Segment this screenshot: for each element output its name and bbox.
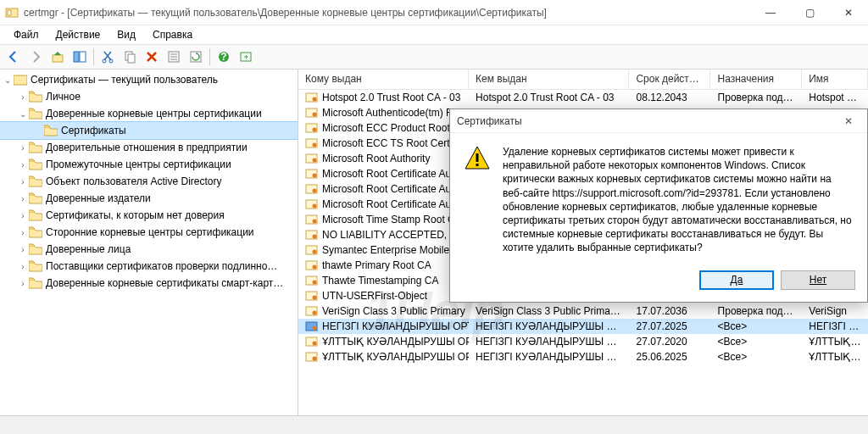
tree-label: Личное: [46, 91, 81, 103]
tree-label: Доверительные отношения в предприятии: [46, 142, 248, 153]
cell-issued-to: Microsoft Root Certificate Auth…: [322, 183, 469, 195]
svg-point-49: [313, 326, 317, 331]
close-button[interactable]: ✕: [829, 0, 868, 25]
tree-item[interactable]: ›Доверенные лица: [0, 241, 298, 258]
cell-issued-to: thawte Primary Root CA: [322, 259, 431, 271]
svg-point-25: [313, 143, 317, 147]
twisty-icon[interactable]: ›: [17, 245, 29, 254]
tree-item[interactable]: ›Промежуточные центры сертификации: [0, 156, 298, 173]
cell-issued-by: НЕГІЗГІ КУӘЛАНДЫРУШЫ ОРТА…: [469, 335, 629, 348]
twisty-icon[interactable]: ⌄: [2, 75, 14, 85]
forward-button[interactable]: [25, 47, 46, 67]
svg-rect-3: [74, 52, 79, 62]
refresh-button[interactable]: [186, 47, 206, 67]
twisty-icon[interactable]: ⌄: [17, 109, 29, 119]
svg-point-21: [313, 113, 317, 117]
cell-expiry: 27.07.2020: [630, 335, 711, 348]
properties-button[interactable]: [164, 47, 184, 67]
svg-point-53: [313, 357, 317, 361]
cell-expiry: 17.07.2036: [630, 304, 711, 318]
export-button[interactable]: [236, 47, 256, 67]
menu-action[interactable]: Действие: [49, 27, 108, 42]
cell-issued-to: Microsoft ECC TS Root Certifica…: [322, 137, 469, 149]
back-button[interactable]: [3, 47, 24, 67]
tree-pane[interactable]: ⌄ Сертификаты — текущий пользователь ›Ли…: [0, 70, 298, 415]
tree-item[interactable]: ›Доверенные корневые сертификаты смарт-к…: [0, 275, 298, 292]
tree-item[interactable]: ⌄Доверенные корневые центры сертификации: [0, 105, 298, 122]
svg-rect-17: [14, 75, 27, 85]
confirm-dialog: Сертификаты ✕ Удаление корневых сертифик…: [449, 108, 868, 303]
cell-issued-to: NO LIABILITY ACCEPTED, (c)97 …: [322, 229, 469, 241]
twisty-icon[interactable]: ›: [17, 92, 29, 102]
cell-issued-to: Symantec Enterprise Mobile Ro…: [322, 244, 469, 256]
col-issued-by[interactable]: Кем выдан: [469, 70, 629, 89]
table-row[interactable]: VeriSign Class 3 Public Primary …VeriSig…: [298, 303, 868, 319]
twisty-icon[interactable]: ›: [17, 177, 29, 186]
tree-item[interactable]: ›Доверенные издатели: [0, 190, 298, 207]
svg-point-35: [313, 220, 317, 224]
menu-view[interactable]: Вид: [110, 27, 142, 42]
no-button[interactable]: Нет: [781, 270, 855, 290]
svg-point-27: [313, 159, 317, 163]
cell-purpose: Проверка подлин…: [711, 304, 803, 318]
cell-name: ҰЛТТЫҚ К…: [802, 335, 868, 348]
tree-item[interactable]: ›Доверительные отношения в предприятии: [0, 139, 298, 156]
table-row[interactable]: НЕГІЗГІ КУӘЛАНДЫРУШЫ ОРТА…НЕГІЗГІ КУӘЛАН…: [298, 319, 868, 334]
tree-item[interactable]: ›Сертификаты, к которым нет доверия: [0, 207, 298, 224]
svg-point-51: [313, 342, 317, 346]
up-button[interactable]: [47, 47, 68, 67]
cell-issued-to: Microsoft Root Certificate Auth…: [322, 168, 469, 180]
cut-button[interactable]: [97, 47, 118, 67]
tree-item[interactable]: ›Поставщики сертификатов проверки подлин…: [0, 258, 298, 275]
cell-issued-to: Hotspot 2.0 Trust Root CA - 03: [322, 92, 460, 103]
cell-expiry: 08.12.2043: [630, 91, 711, 104]
menu-help[interactable]: Справка: [146, 27, 199, 42]
tree-item[interactable]: ›Сторонние корневые центры сертификации: [0, 224, 298, 241]
copy-button[interactable]: [120, 47, 140, 67]
menu-file[interactable]: Файл: [7, 27, 46, 42]
svg-point-41: [313, 265, 317, 270]
cell-expiry: 27.07.2025: [630, 320, 711, 333]
twisty-icon[interactable]: ›: [17, 194, 29, 203]
cell-issued-to: ҰЛТТЫҚ КУӘЛАНДЫРУШЫ ОРТА…: [322, 336, 469, 348]
minimize-button[interactable]: —: [751, 0, 790, 25]
tree-item[interactable]: ›Личное: [0, 88, 298, 105]
cell-issued-to: НЕГІЗГІ КУӘЛАНДЫРУШЫ ОРТА…: [322, 320, 469, 332]
svg-point-45: [313, 296, 317, 300]
twisty-icon[interactable]: ›: [17, 262, 29, 271]
cell-issued-by: VeriSign Class 3 Public Primary Ce…: [469, 304, 629, 318]
yes-button[interactable]: Да: [699, 270, 774, 290]
col-purpose[interactable]: Назначения: [710, 70, 802, 89]
help-button[interactable]: ?: [214, 47, 234, 67]
cell-name: НЕГІЗГІ К…: [802, 320, 868, 333]
svg-point-19: [313, 97, 317, 102]
svg-rect-2: [53, 55, 63, 62]
cell-name: Hotspot 2…: [802, 91, 868, 104]
col-name[interactable]: Имя: [802, 70, 868, 89]
cell-issued-to: Microsoft Root Authority: [322, 153, 430, 164]
tree-item[interactable]: Сертификаты: [0, 122, 298, 139]
cell-name: VeriSign: [802, 304, 868, 318]
maximize-button[interactable]: ▢: [790, 0, 829, 25]
cell-issued-to: UTN-USERFirst-Object: [322, 290, 427, 302]
table-row[interactable]: ҰЛТТЫҚ КУӘЛАНДЫРУШЫ ОРТА…НЕГІЗГІ КУӘЛАНД…: [298, 349, 868, 364]
table-row[interactable]: Hotspot 2.0 Trust Root CA - 03Hotspot 2.…: [298, 90, 868, 105]
twisty-icon[interactable]: ›: [17, 160, 29, 170]
twisty-icon[interactable]: ›: [17, 279, 29, 288]
cert-store-icon: [14, 74, 27, 86]
svg-point-47: [313, 311, 317, 315]
show-hide-tree-button[interactable]: [70, 47, 90, 67]
twisty-icon[interactable]: ›: [17, 228, 29, 237]
cell-issued-to: ҰЛТТЫҚ КУӘЛАНДЫРУШЫ ОРТА…: [322, 351, 469, 363]
dialog-close-button[interactable]: ✕: [837, 115, 860, 127]
tree-item[interactable]: ›Объект пользователя Active Directory: [0, 173, 298, 190]
twisty-icon[interactable]: ›: [17, 143, 29, 153]
delete-button[interactable]: [142, 47, 162, 67]
tree-root[interactable]: Сертификаты — текущий пользователь: [31, 74, 218, 86]
tree-label: Доверенные лица: [46, 243, 131, 255]
table-row[interactable]: ҰЛТТЫҚ КУӘЛАНДЫРУШЫ ОРТА…НЕГІЗГІ КУӘЛАНД…: [298, 334, 868, 349]
cell-purpose: <Все>: [711, 350, 803, 364]
col-expiry[interactable]: Срок действия: [629, 70, 710, 89]
twisty-icon[interactable]: ›: [17, 211, 29, 220]
col-issued-to[interactable]: Кому выдан: [298, 70, 469, 89]
